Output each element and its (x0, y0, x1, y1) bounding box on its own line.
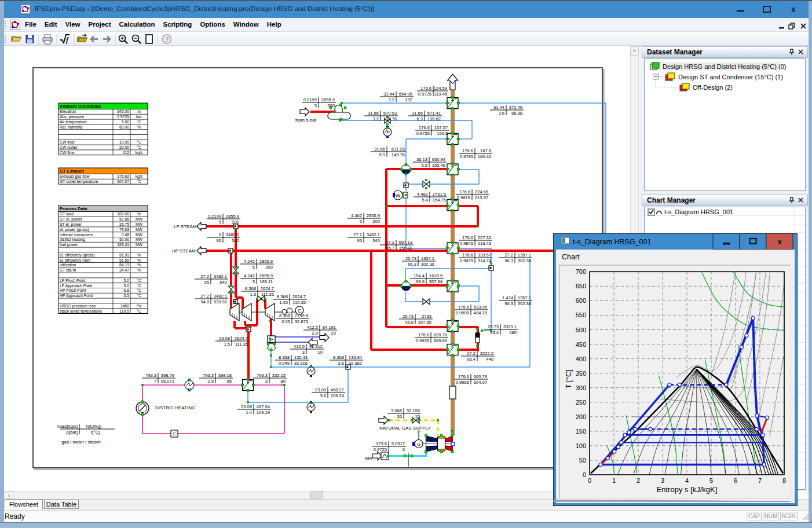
svg-text:3.6: 3.6 (338, 361, 344, 366)
svg-text:Design HRSG and District Heati: Design HRSG and District Heating (5°C) (… (663, 63, 786, 70)
svg-text:150.3: 150.3 (437, 131, 448, 136)
svg-text:195.11: 195.11 (259, 279, 273, 284)
svg-text:540: 540 (372, 238, 380, 243)
svg-text:stack outlet temperature: stack outlet temperature (60, 309, 102, 314)
svg-text:5: 5 (403, 447, 405, 452)
svg-text:667.13: 667.13 (399, 240, 412, 245)
svg-text:GT Exhaust: GT Exhaust (60, 168, 84, 174)
svg-text:31.66: 31.66 (374, 146, 385, 152)
svg-text:0.9725: 0.9725 (117, 115, 129, 119)
svg-text:Off-Design (2): Off-Design (2) (693, 84, 733, 91)
svg-text:kg/s: kg/s (136, 151, 143, 155)
svg-text:MW: MW (136, 237, 143, 241)
svg-text:ST el. power: ST el. power (60, 222, 82, 227)
svg-text:15: 15 (415, 414, 420, 419)
svg-text:4.462: 4.462 (417, 192, 428, 197)
svg-text:2624.7: 2624.7 (292, 294, 306, 299)
svg-text:84.19: 84.19 (119, 263, 129, 267)
svg-text:0.9725: 0.9725 (418, 91, 431, 97)
svg-text:from 5 bar: from 5 bar (295, 118, 317, 123)
svg-text:153.41: 153.41 (117, 243, 129, 247)
svg-text:2855.9: 2855.9 (259, 273, 273, 278)
svg-text:150: 150 (576, 428, 586, 435)
svg-text:2855.9: 2855.9 (321, 97, 335, 102)
svg-text:8.368: 8.368 (279, 355, 290, 360)
svg-text:5.0: 5.0 (124, 278, 130, 283)
svg-text:el. efficiency (gross): el. efficiency (gross) (60, 253, 94, 258)
svg-text:60.00: 60.00 (119, 125, 129, 129)
svg-text:GT outlet temperature: GT outlet temperature (60, 179, 98, 184)
svg-text:27.2: 27.2 (200, 294, 209, 299)
svg-text:Exhaust gas flow: Exhaust gas flow (60, 174, 89, 179)
svg-text:31.66: 31.66 (368, 111, 379, 116)
svg-text:DISTRIC HEATING: DISTRIC HEATING (155, 405, 195, 410)
svg-text:51.91: 51.91 (119, 253, 129, 257)
svg-text:604.07: 604.07 (474, 380, 487, 385)
svg-text:0.9725: 0.9725 (374, 447, 387, 452)
svg-text:167.8: 167.8 (480, 148, 491, 153)
svg-text:135.94: 135.94 (349, 355, 362, 360)
svg-text:457.94: 457.94 (257, 404, 270, 409)
svg-text:internal consumers: internal consumers (60, 233, 93, 237)
svg-text:gas / water / steam: gas / water / steam (61, 439, 101, 445)
svg-text:°C: °C (137, 294, 141, 298)
svg-text:36.13: 36.13 (416, 157, 427, 162)
svg-text:930.94: 930.94 (432, 157, 445, 162)
svg-text:5: 5 (360, 219, 362, 224)
svg-text:MW: MW (136, 228, 143, 232)
svg-text:f: f (66, 36, 69, 44)
svg-text:494.18: 494.18 (474, 310, 487, 316)
svg-text:84.191: 84.191 (323, 325, 336, 330)
svg-text:2624.7: 2624.7 (235, 336, 248, 341)
svg-text:6.3: 6.3 (416, 116, 423, 122)
svg-text:NATURAL GAS SUPPLY: NATURAL GAS SUPPLY (379, 426, 431, 431)
svg-text:302.36: 302.36 (421, 262, 434, 267)
svg-text:5.00: 5.00 (122, 120, 129, 124)
svg-text:10: 10 (318, 350, 323, 355)
svg-text:5.5: 5.5 (124, 294, 130, 298)
svg-text:200: 200 (232, 219, 239, 225)
svg-text:34.47: 34.47 (119, 268, 129, 272)
svg-text:3.6: 3.6 (498, 111, 504, 116)
svg-text:3482.1: 3482.1 (226, 232, 239, 237)
svg-text:mass[kg/s]: mass[kg/s] (57, 424, 78, 429)
svg-text:LP Approach Point: LP Approach Point (60, 284, 92, 288)
svg-text:4: 4 (685, 477, 689, 484)
svg-text:5.4: 5.4 (422, 197, 428, 203)
svg-text:35: 35 (397, 414, 402, 419)
svg-text:%: % (137, 258, 141, 262)
svg-text:3: 3 (265, 379, 268, 384)
svg-text:kg/s: kg/s (136, 174, 143, 179)
svg-text:42.312: 42.312 (309, 344, 323, 349)
svg-text:8.368: 8.368 (245, 286, 256, 291)
svg-text:el. power (gross): el. power (gross) (60, 228, 89, 232)
svg-text:Chart: Chart (562, 253, 580, 261)
svg-text:80: 80 (281, 379, 286, 384)
svg-text:AIR: AIR (365, 456, 373, 461)
svg-text:32.159: 32.159 (407, 408, 420, 413)
svg-text:95: 95 (204, 280, 209, 285)
svg-text:0: 0 (219, 232, 221, 237)
svg-text:27.2: 27.2 (386, 240, 394, 245)
svg-text:h[kJ/kg]: h[kJ/kg] (86, 424, 101, 429)
svg-text:utilization: utilization (60, 263, 76, 267)
svg-text:793.3: 793.3 (145, 373, 156, 378)
svg-text:95.9: 95.9 (416, 279, 425, 284)
svg-text:109.24: 109.24 (331, 393, 344, 398)
svg-text:5: 5 (709, 477, 713, 484)
svg-text:CW outlet: CW outlet (60, 145, 77, 149)
svg-text:°C: °C (137, 284, 141, 288)
svg-text:540: 540 (220, 280, 227, 285)
svg-text:1357.1: 1357.1 (518, 252, 531, 258)
svg-text:176.6: 176.6 (419, 125, 430, 130)
svg-text:213.97: 213.97 (475, 195, 488, 200)
svg-text:135.82: 135.82 (427, 116, 441, 122)
svg-text:HP Approach Point: HP Approach Point (60, 294, 93, 298)
svg-text:302.38: 302.38 (518, 258, 531, 263)
svg-text:CW inlet: CW inlet (60, 140, 75, 144)
svg-text:458.27: 458.27 (331, 387, 344, 393)
svg-text:176.6: 176.6 (458, 374, 469, 379)
svg-text:227.32: 227.32 (478, 235, 491, 240)
svg-text:412: 412 (123, 151, 130, 155)
svg-text:550: 550 (576, 311, 586, 318)
